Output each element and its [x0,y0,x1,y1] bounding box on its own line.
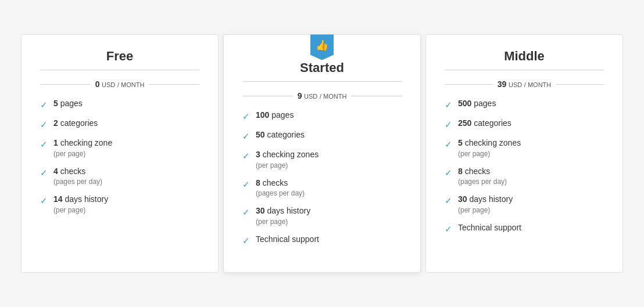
feature-sub: (per page) [458,205,513,215]
feature-text: 14 days history (per page) [53,194,108,215]
feature-item: ✓ 50 categories [242,129,402,142]
plan-divider-top [445,70,604,70]
feature-text: Technical support [458,222,521,234]
thumbsup-icon: 👍 [316,39,328,52]
plan-price-row: 0 USD / MONTH [40,80,199,89]
check-icon: ✓ [242,178,250,190]
feature-text: 8 checks (pages per day) [458,166,507,187]
check-icon: ✓ [445,167,452,179]
price-period: MONTH [121,81,144,88]
feature-sub: (pages per day) [256,189,305,198]
check-icon: ✓ [242,110,250,122]
plan-card-started: 👍 Started 9 USD / MONTH ✓ 1 [223,34,421,272]
check-icon: ✓ [40,167,48,179]
feature-sub: (pages per day) [53,177,102,187]
price-amount: 39 [498,80,507,89]
plan-price-row: 39 USD / MONTH [445,80,604,89]
feature-bold: 8 [256,178,260,187]
feature-item: ✓ 5 pages [40,98,199,111]
feature-text: 50 categories [256,129,305,141]
feature-item: ✓ Technical support [242,234,402,247]
feature-bold: 500 [458,99,471,108]
feature-bold: 8 [458,167,463,176]
feature-sub: (per page) [458,149,521,159]
feature-text: 100 pages [256,110,294,121]
feature-bold: 3 [256,150,260,159]
feature-item: ✓ 2 categories [40,118,199,131]
feature-bold: 30 [256,206,265,215]
feature-bold: 14 [53,194,63,204]
feature-item: ✓ 4 checks (pages per day) [40,166,199,187]
check-icon: ✓ [445,194,452,207]
feature-text: 30 days history (per page) [256,205,310,226]
feature-text: 250 categories [458,118,511,129]
check-icon: ✓ [242,234,250,247]
check-icon: ✓ [242,130,250,142]
feature-text: 2 categories [53,118,98,129]
feature-text: 5 pages [53,98,83,110]
plan-card-free: Free 0 USD / MONTH ✓ 5 pages [21,34,219,272]
feature-bold: 4 [53,167,58,176]
feature-bold: 100 [256,110,269,120]
feature-text: 3 checking zones (per page) [256,149,319,170]
price-currency: USD [102,81,115,88]
price-line-left [242,96,293,96]
feature-bold: 250 [458,118,471,128]
plan-title-started: Started [242,60,402,75]
feature-sub: (per page) [256,161,319,171]
check-icon: ✓ [40,194,48,207]
check-icon: ✓ [40,99,48,111]
feature-text: 30 days history (per page) [458,194,513,215]
feature-bold: 50 [256,130,265,139]
feature-bold: 5 [53,99,58,108]
check-icon: ✓ [40,138,48,150]
check-icon: ✓ [445,99,452,111]
feature-item: ✓ 1 checking zone (per page) [40,138,199,158]
price-currency: USD [304,93,317,100]
feature-text: 8 checks (pages per day) [256,178,305,198]
feature-sub: (per page) [53,149,112,159]
featured-badge: 👍 [310,34,334,60]
price-line-right [556,84,604,85]
feature-sub: (per page) [53,205,108,215]
plan-title-free: Free [40,49,199,64]
features-list-started: ✓ 100 pages ✓ 50 categories ✓ 3 checking… [242,110,402,246]
check-icon: ✓ [445,138,452,150]
feature-sub: (pages per day) [458,177,507,187]
price-line-right [351,96,402,96]
feature-text: 1 checking zone (per page) [53,138,112,158]
feature-item: ✓ 30 days history (per page) [242,205,402,226]
plan-divider-top [242,81,402,82]
plan-price-middle: 39 USD / MONTH [498,80,552,89]
feature-item: ✓ 8 checks (pages per day) [445,166,604,187]
plan-title-middle: Middle [445,49,604,64]
feature-text: 500 pages [458,98,496,110]
features-list-middle: ✓ 500 pages ✓ 250 categories ✓ 5 checkin… [445,98,604,234]
feature-item: ✓ 30 days history (per page) [445,194,604,215]
feature-text: Technical support [256,234,319,245]
feature-text: 4 checks (pages per day) [53,166,102,187]
price-line-right [149,84,199,85]
plans-container: Free 0 USD / MONTH ✓ 5 pages [14,34,630,272]
check-icon: ✓ [242,150,250,162]
plan-card-middle: Middle 39 USD / MONTH ✓ 500 pages [425,34,623,272]
feature-bold: 30 [458,194,467,204]
check-icon: ✓ [40,118,48,131]
price-line-left [40,84,91,85]
feature-item: ✓ 3 checking zones (per page) [242,149,402,170]
feature-text: 5 checking zones (per page) [458,138,521,158]
price-line-left [445,84,493,85]
price-period: MONTH [323,93,346,100]
feature-item: ✓ 500 pages [445,98,604,111]
price-period: MONTH [528,81,551,88]
price-amount: 9 [298,91,302,100]
feature-bold: 1 [53,138,58,147]
check-icon: ✓ [445,118,452,131]
feature-item: ✓ Technical support [445,222,604,235]
check-icon: ✓ [445,223,452,235]
plan-price-free: 0 USD / MONTH [95,80,145,89]
price-amount: 0 [95,80,100,89]
plan-divider-top [40,70,199,70]
feature-bold: 5 [458,138,463,147]
plan-price-started: 9 USD / MONTH [298,91,347,100]
